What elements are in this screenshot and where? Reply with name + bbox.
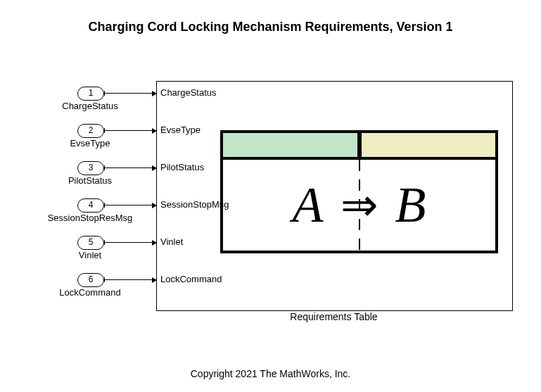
inport-label-sessionstopmsg: SessionStopResMsg [44,213,136,223]
port-label-pilotstatus: PilotStatus [160,162,204,172]
icon-a: A [293,176,324,234]
port-label-chargestatus: ChargeStatus [160,87,217,98]
port-label-evsetype: EvseType [160,125,201,135]
icon-header [223,133,495,160]
requirements-table-caption: Requirements Table [156,311,511,322]
inport-label-chargestatus: ChargeStatus [44,101,136,111]
requirements-table-icon: A ⇒ B [220,130,498,253]
implies-icon: ⇒ [340,179,378,232]
icon-implication: A ⇒ B [223,160,495,251]
signal-wire-chargestatus[interactable] [103,93,156,94]
icon-b: B [395,176,426,234]
copyright-text: Copyright 2021 The MathWorks, Inc. [0,368,541,379]
inport-label-vinlet: Vinlet [44,250,136,260]
icon-header-postcondition [362,133,496,157]
port-label-lockcommand: LockCommand [160,274,222,284]
port-label-sessionstopmsg: SessionStopMsg [160,199,229,210]
icon-header-precondition [223,133,362,157]
inport-chargestatus[interactable]: 1 [77,87,104,101]
inport-label-lockcommand: LockCommand [44,287,136,298]
signal-wire-vinlet[interactable] [103,242,156,243]
icon-body: A ⇒ B [223,160,495,251]
signal-wire-pilotstatus[interactable] [103,167,156,168]
signal-wire-lockcommand[interactable] [103,279,156,280]
signal-wire-evsetype[interactable] [103,130,156,131]
inport-label-pilotstatus: PilotStatus [44,175,136,186]
inport-sessionstopmsg[interactable]: 4 [77,198,104,213]
port-label-vinlet: Vinlet [160,236,183,247]
diagram-title: Charging Cord Locking Mechanism Requirem… [0,20,541,34]
inport-label-evsetype: EvseType [44,138,136,148]
simulink-canvas[interactable]: Charging Cord Locking Mechanism Requirem… [0,0,541,392]
inport-evsetype[interactable]: 2 [77,124,104,138]
signal-wire-sessionstopmsg[interactable] [103,205,156,206]
inport-vinlet[interactable]: 5 [77,236,104,250]
inport-lockcommand[interactable]: 6 [77,273,104,287]
inport-pilotstatus[interactable]: 3 [77,161,104,175]
